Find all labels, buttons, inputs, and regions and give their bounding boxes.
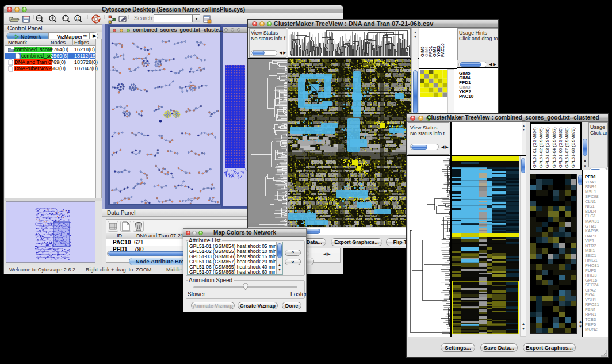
svg-text:GPL51-08 (GSM872): GPL51-08 (GSM872): [571, 127, 576, 168]
svg-text:GPL51-01 (GSM854): GPL51-01 (GSM854): [532, 127, 537, 168]
svg-text:GPL51-04 (GSM857): GPL51-04 (GSM857): [552, 127, 557, 168]
svg-text:GPL51-03 (GSM856): GPL51-03 (GSM856): [545, 127, 550, 168]
svg-text:GPL51-06 (GSM865): GPL51-06 (GSM865): [558, 127, 563, 168]
svg-text:GPL51-07 (GSM868): GPL51-07 (GSM868): [564, 127, 569, 168]
svg-text:GPL51-02 (GSM855): GPL51-02 (GSM855): [538, 127, 544, 168]
svg-text:PAC10: PAC10: [440, 43, 445, 57]
svg-text:1:1: 1:1: [76, 17, 80, 20]
